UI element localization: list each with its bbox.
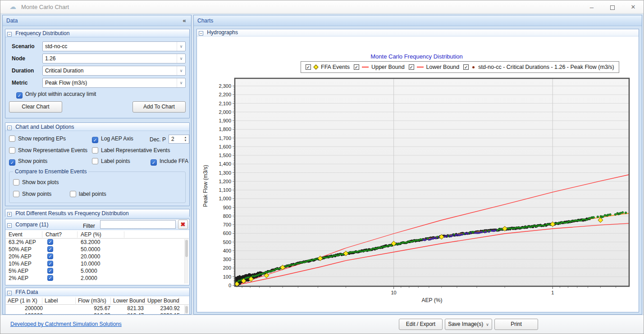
checkbox-icon[interactable] (92, 147, 98, 153)
ensemble-show-points-checkbox[interactable]: Show points (13, 191, 51, 197)
chevron-down-icon[interactable] (177, 66, 185, 75)
svg-text:700: 700 (223, 222, 231, 227)
legend-checkbox[interactable] (463, 64, 469, 70)
print-button[interactable]: Print (494, 319, 538, 330)
option-label: Show points (18, 158, 47, 164)
legend-checkbox[interactable] (306, 64, 311, 70)
column-header[interactable]: Flow (m3/s) (78, 298, 106, 304)
label-representative-events-checkbox[interactable]: Label Representative Events (92, 147, 170, 153)
column-header-event[interactable]: Event (9, 231, 23, 238)
legend-checkbox[interactable] (409, 64, 414, 70)
node-select[interactable]: 1.26 (42, 54, 186, 63)
checkbox-icon[interactable] (9, 159, 15, 166)
checkbox-icon[interactable] (92, 137, 98, 143)
label-points-checkbox[interactable]: Label points (92, 158, 130, 164)
ffa-row: 100000916.23813.472298.15 (6, 312, 189, 314)
column-header[interactable]: Upper Bound (147, 298, 179, 304)
checkbox-icon[interactable] (13, 191, 19, 197)
collapse-group-icon[interactable] (7, 223, 12, 228)
scenario-select[interactable]: std-no-cc (42, 41, 186, 51)
column-separator (42, 298, 42, 304)
ffa-table-body: 200000925.67821.332340.92100000916.23813… (6, 305, 189, 314)
checkbox-icon[interactable] (13, 179, 19, 185)
dec-p-spinner[interactable]: 2 ▲▼ (169, 135, 189, 144)
chevron-down-icon[interactable] (177, 78, 185, 87)
svg-text:1,000: 1,000 (219, 196, 231, 201)
chart-label-options-header[interactable]: Chart and Label Options (5, 123, 189, 131)
column-header-chart[interactable]: Chart? (46, 231, 62, 238)
compare-table-header: Event Chart? AEP (%) (6, 230, 189, 239)
spinner-arrows-icon[interactable]: ▲▼ (183, 135, 188, 143)
chevron-down-icon[interactable] (177, 54, 185, 63)
chart-checkbox[interactable] (47, 239, 53, 245)
fd-buttons-row: Clear Chart Add To Chart (5, 100, 189, 116)
checkbox-icon[interactable] (92, 158, 98, 164)
ffa-row: 200000925.67821.332340.92 (6, 305, 189, 312)
column-header[interactable]: Lower Bound (113, 298, 145, 304)
collapse-group-icon[interactable] (7, 32, 12, 36)
chart-checkbox[interactable] (47, 246, 53, 252)
metric-select[interactable]: Peak Flow (m3/s) (42, 78, 186, 88)
hydrographs-header[interactable]: Hydrographs (197, 29, 639, 36)
frequency-distribution-group: Frequency Distribution Scenario std-no-c… (5, 29, 190, 118)
column-header[interactable]: AEP (1 in X) (8, 298, 37, 304)
include-ffa-checkbox[interactable]: Include FFA (151, 158, 188, 166)
frequency-distribution-header[interactable]: Frequency Distribution (5, 29, 189, 37)
ffa-table: AEP (1 in X) Label Flow (m3/s) Lower Bou… (6, 297, 189, 314)
option-label: Label points (101, 158, 130, 164)
edit-export-button[interactable]: Edit / Export (399, 319, 443, 330)
scrollbar-thumb[interactable] (185, 306, 188, 313)
filter-input[interactable] (100, 220, 176, 229)
scrollbar-thumb[interactable] (185, 240, 188, 257)
expand-group-icon[interactable] (7, 212, 12, 217)
compare-row: 50% AEP50.0000 (6, 246, 189, 253)
ffa-cell: 821.33 (104, 305, 144, 311)
checkbox-icon[interactable] (9, 147, 15, 153)
collapse-group-icon[interactable] (7, 291, 12, 295)
show-representative-events-checkbox[interactable]: Show Representative Events (9, 147, 87, 153)
chevron-down-icon[interactable] (177, 42, 185, 51)
legend-item: std-no-cc - Critical Durations - 1.26 - … (463, 64, 614, 70)
show-points-checkbox[interactable]: Show points (9, 158, 47, 166)
chart-label-options-body: Show reporting EPs Log AEP Axis Dec. P 2… (5, 131, 189, 206)
ffa-data-group: FFA Data AEP (1 in X) Label Flow (m3/s) … (5, 288, 190, 314)
checkbox-icon[interactable] (151, 159, 157, 166)
checkbox-icon[interactable] (70, 191, 76, 197)
show-box-plots-checkbox[interactable]: Show box plots (13, 179, 59, 185)
chart-checkbox[interactable] (47, 275, 53, 281)
chart-checkbox[interactable] (47, 253, 53, 259)
ffa-scrollbar[interactable] (184, 305, 188, 314)
app-body: Data Frequency Distribution Scenario std… (0, 14, 644, 334)
ensemble-label-points-checkbox[interactable]: label points (70, 191, 106, 197)
add-to-chart-button[interactable]: Add To Chart (132, 101, 186, 113)
dec-p-label: Dec. P (150, 136, 166, 143)
checkbox-icon[interactable] (16, 92, 23, 99)
diamond-marker-icon (313, 64, 318, 69)
maximize-button[interactable] (602, 0, 623, 14)
save-images-button[interactable]: Save Image(s) (445, 319, 492, 330)
duration-select[interactable]: Critical Duration (42, 66, 186, 76)
legend-checkbox[interactable] (354, 64, 359, 70)
chart-checkbox[interactable] (47, 268, 53, 274)
checkbox-icon[interactable] (9, 135, 15, 142)
column-header-aep[interactable]: AEP (%) (81, 231, 101, 238)
log-aep-axis-checkbox[interactable]: Log AEP Axis (92, 135, 133, 143)
clear-chart-button[interactable]: Clear Chart (9, 101, 62, 113)
minimize-button[interactable] (581, 0, 602, 14)
event-cell: 63.2% AEP (9, 239, 36, 245)
plot-different-results-header[interactable]: Plot Different Results vs Frequency Dist… (5, 209, 189, 217)
developer-link[interactable]: Developed by Catchment Simulation Soluti… (10, 321, 122, 327)
compare-scrollbar[interactable] (184, 239, 188, 284)
accuracy-limit-checkbox[interactable]: Only plot within accuracy limit (16, 91, 96, 99)
clear-filter-button[interactable] (178, 220, 188, 229)
show-reporting-eps-checkbox[interactable]: Show reporting EPs (9, 135, 66, 142)
aep-cell: 50.0000 (81, 246, 100, 253)
collapse-group-icon[interactable] (199, 31, 203, 36)
close-button[interactable] (623, 0, 644, 14)
chart-checkbox[interactable] (47, 261, 53, 266)
svg-text:800: 800 (223, 213, 231, 219)
collapse-group-icon[interactable] (7, 126, 12, 130)
column-header[interactable]: Label (45, 298, 58, 304)
svg-text:1,600: 1,600 (219, 144, 231, 149)
collapse-panel-button[interactable] (180, 15, 188, 26)
